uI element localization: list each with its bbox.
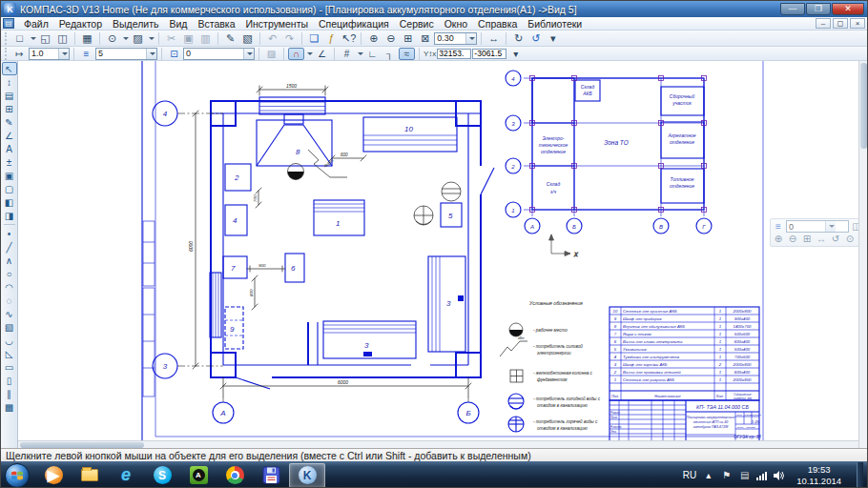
equip-8-number[interactable]: 8 <box>296 148 300 156</box>
equipment-5[interactable]: 5 <box>414 182 462 227</box>
grid-button[interactable]: # <box>339 48 355 60</box>
new-window-button[interactable]: ❏ <box>306 31 322 46</box>
svg-text:з/ч[interactable]: з/ч <box>549 189 557 194</box>
vertical-scrollbar[interactable] <box>858 61 867 448</box>
equipment-4[interactable]: 4 <box>225 205 247 235</box>
zoom-out-button[interactable]: ⊖ <box>382 31 399 46</box>
svg-text:2[interactable]: 2 <box>718 362 722 367</box>
svg-text:Шкаф для приборов[interactable]: Шкаф для приборов <box>623 316 662 321</box>
dim-800[interactable]: 800 <box>249 289 254 296</box>
overview-plan[interactable]: Склад АКБ Электро- техническое отделение… <box>506 71 712 234</box>
rotate-button[interactable]: ↻ <box>510 31 527 46</box>
svg-text:1[interactable]: 1 <box>719 347 722 352</box>
dim-1500[interactable]: 1500 <box>286 83 297 89</box>
menu-view[interactable]: Вид <box>164 18 192 30</box>
show-desktop-button[interactable] <box>857 462 863 488</box>
pan-button[interactable]: ↔ <box>486 31 502 46</box>
open-button[interactable]: ◱ <box>37 31 53 46</box>
svg-text:автобусов ПАЗ-672М[interactable]: автобусов ПАЗ-672М <box>693 425 728 429</box>
svg-text:6[interactable]: 6 <box>614 339 617 344</box>
room-sborka[interactable]: Сборочный <box>670 93 695 99</box>
dim-700[interactable]: 700 <box>253 194 258 202</box>
action-center-flag-icon[interactable]: ⚑ <box>720 470 733 480</box>
svg-text:Ящик с песком[interactable]: Ящик с песком <box>622 332 651 336</box>
svg-text:1[interactable]: 1 <box>719 370 722 375</box>
svg-text:Стеллаж для разряда АКБ[interactable]: Стеллаж для разряда АКБ <box>623 377 674 382</box>
svg-text:500х400[interactable]: 500х400 <box>734 347 751 352</box>
preview-button[interactable]: ⊙ <box>104 31 120 46</box>
cursor-step-combo[interactable] <box>29 48 70 60</box>
svg-text:АКБ[interactable]: АКБ <box>582 91 592 96</box>
title-block[interactable]: Разраб. Пров. Н.контр. Утв. КП- ТЭА 11.0… <box>610 400 761 441</box>
equipment-cabinet-3[interactable]: 3 <box>428 256 465 352</box>
floor-plan[interactable]: 8 10 2 4 <box>153 83 494 424</box>
snap-dropdown[interactable] <box>307 52 313 55</box>
svg-text:3[interactable]: 3 <box>511 121 515 127</box>
preview-dropdown[interactable] <box>123 37 129 40</box>
dim-left-6000[interactable]: 6000 <box>188 241 194 252</box>
equip-4-number[interactable]: 4 <box>233 216 238 225</box>
svg-text:4[interactable]: 4 <box>511 76 515 82</box>
zoom-value-input[interactable] <box>435 33 465 44</box>
tool-measure-icon[interactable]: ∠ <box>2 129 17 142</box>
menu-insert[interactable]: Вставка <box>193 18 239 30</box>
accumulator-room-hatched[interactable] <box>532 78 574 123</box>
cursor-step-input[interactable] <box>30 49 58 59</box>
coord-x-input[interactable] <box>437 49 471 59</box>
svg-text:1[interactable]: 1 <box>719 332 722 336</box>
menu-service[interactable]: Сервис <box>395 18 439 30</box>
save-button[interactable]: ◫ <box>54 31 71 46</box>
svg-text:Верстак для обслуживания АКБ[interactable]: Верстак для обслуживания АКБ <box>623 324 685 329</box>
tool-rectangle-icon[interactable]: ▭ <box>2 360 17 374</box>
svg-text:отделение[interactable]: отделение <box>670 139 694 145</box>
round-off-button[interactable]: ≈ <box>399 48 415 60</box>
svg-text:участок[interactable]: участок <box>672 100 692 106</box>
room-toplivo[interactable]: Топливное <box>671 176 694 182</box>
paste-button[interactable]: ▥ <box>197 31 214 46</box>
taskbar-kompas-button[interactable]: K <box>289 463 325 488</box>
svg-text:1[interactable]: 1 <box>719 355 722 359</box>
svg-text:2000х800[interactable]: 2000х800 <box>733 362 752 367</box>
legend[interactable]: Условные обозначения - рабочее место кВт… <box>500 300 601 432</box>
copy-button[interactable]: ▣ <box>180 31 196 46</box>
svg-text:7[interactable]: 7 <box>614 332 617 336</box>
tool-point-icon[interactable]: • <box>2 227 17 240</box>
menu-specification[interactable]: Спецификация <box>314 18 394 30</box>
taskbar-skype-button[interactable]: S <box>144 463 180 488</box>
taskbar-floppy-button[interactable] <box>253 463 289 488</box>
room-agregat[interactable]: Агрегатное <box>667 132 695 138</box>
svg-text:2[interactable]: 2 <box>613 370 617 375</box>
equipment-rack-10[interactable]: 10 <box>363 117 457 152</box>
equip-10-number[interactable]: 10 <box>404 125 413 133</box>
equip-5-number[interactable]: 5 <box>448 212 453 220</box>
document-icon[interactable]: ▤ <box>3 18 14 29</box>
menu-libraries[interactable]: Библиотеки <box>523 18 587 30</box>
bubble-a[interactable]: А <box>219 409 225 417</box>
taskbar-chrome-button[interactable] <box>217 463 253 488</box>
horizontal-scrollbar[interactable] <box>18 440 858 448</box>
tool-layers-icon[interactable]: ▤ <box>2 89 17 102</box>
equipment-6[interactable]: 6 <box>285 254 304 282</box>
equipment-bench-3[interactable]: 3 <box>323 321 416 358</box>
zoom-in-button[interactable]: ⊕ <box>365 31 382 46</box>
tool-select-icon[interactable]: ↖ <box>2 62 17 75</box>
menu-editor[interactable]: Редактор <box>54 18 107 30</box>
restore-button[interactable]: ❐ <box>806 3 831 15</box>
svg-text:600х400[interactable]: 600х400 <box>734 370 751 375</box>
toolbar-overflow[interactable]: ▾ <box>545 31 561 46</box>
drawing-scale[interactable]: 1:25 <box>752 419 760 424</box>
network-signal-icon[interactable] <box>756 471 767 480</box>
tool-fill-icon[interactable]: ▩ <box>2 400 17 414</box>
svg-text:900х400[interactable]: 900х400 <box>734 316 751 321</box>
tool-line-icon[interactable]: ╱ <box>2 240 17 254</box>
svg-text:1400х700[interactable]: 1400х700 <box>734 324 752 329</box>
minimize-button[interactable]: — <box>780 3 805 15</box>
equip-2-number[interactable]: 2 <box>234 173 239 182</box>
svg-text:1[interactable]: 1 <box>614 377 617 382</box>
room-electro[interactable]: Электро- <box>543 135 565 141</box>
bubble-3[interactable]: 3 <box>163 362 168 371</box>
view-input[interactable] <box>184 49 243 59</box>
redo-button[interactable]: ↷ <box>281 31 298 46</box>
variables-button[interactable]: ƒ <box>323 31 340 46</box>
float-zoom-area-icon[interactable]: ⊞ <box>800 233 814 245</box>
